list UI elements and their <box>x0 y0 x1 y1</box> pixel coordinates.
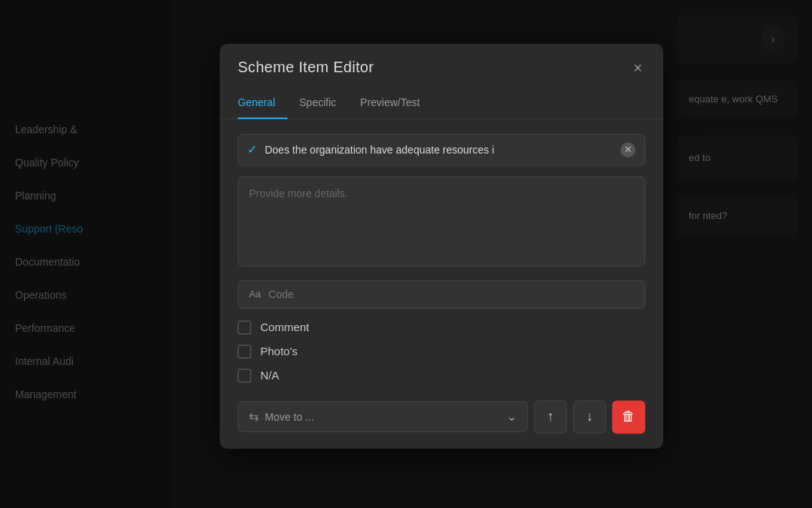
move-up-button[interactable]: ↑ <box>534 400 567 433</box>
scheme-item-editor-modal: Scheme Item Editor × General Specific Pr… <box>220 44 663 449</box>
code-prefix-label: Aa <box>249 288 261 300</box>
modal-title: Scheme Item Editor <box>238 59 374 76</box>
modal-header: Scheme Item Editor × <box>220 44 663 78</box>
checkbox-photos-label: Photo's <box>260 345 298 357</box>
checkbox-photos[interactable] <box>238 345 251 358</box>
checkbox-na-label: N/A <box>260 369 279 382</box>
move-down-button[interactable]: ↓ <box>573 400 606 433</box>
tab-specific[interactable]: Specific <box>299 90 348 119</box>
modal-body: ✓ Does the organization have adequate re… <box>220 134 663 382</box>
checkbox-comment[interactable] <box>238 321 251 334</box>
move-to-label: Move to ... <box>265 411 501 423</box>
field-selector-clear-button[interactable]: ✕ <box>620 142 635 157</box>
tab-general[interactable]: General <box>238 90 287 119</box>
chevron-down-icon: ⌄ <box>507 409 517 424</box>
delete-button[interactable]: 🗑 <box>612 400 645 433</box>
modal-tabs: General Specific Preview/Test <box>220 90 663 119</box>
field-selector-dropdown[interactable]: ✓ Does the organization have adequate re… <box>238 134 645 166</box>
modal-close-button[interactable]: × <box>631 57 646 78</box>
checkbox-na[interactable] <box>238 369 251 382</box>
arrow-up-icon: ↑ <box>547 409 554 424</box>
checkbox-na-row: N/A <box>238 369 645 382</box>
move-icon: ⇆ <box>249 409 259 424</box>
arrow-down-icon: ↓ <box>586 409 593 424</box>
details-textarea[interactable] <box>238 176 645 266</box>
check-icon: ✓ <box>247 142 257 157</box>
code-input-wrap: Aa <box>238 280 645 309</box>
checkbox-comment-row: Comment <box>238 321 645 334</box>
field-selector-text: Does the organization have adequate reso… <box>265 144 614 156</box>
move-to-dropdown[interactable]: ⇆ Move to ... ⌄ <box>238 401 528 432</box>
tab-preview[interactable]: Preview/Test <box>360 90 432 119</box>
checkbox-photos-row: Photo's <box>238 345 645 358</box>
checkbox-comment-label: Comment <box>260 321 309 333</box>
trash-icon: 🗑 <box>622 409 635 424</box>
code-input-field[interactable] <box>268 288 634 300</box>
modal-footer: ⇆ Move to ... ⌄ ↑ ↓ 🗑 <box>220 393 663 433</box>
